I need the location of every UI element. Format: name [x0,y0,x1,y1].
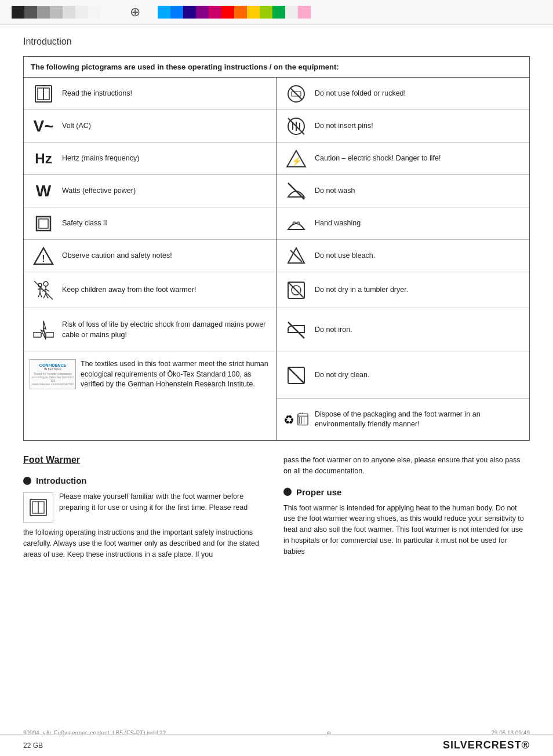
fw-left-col: Foot Warmer Introduction Please make you… [23,455,270,560]
no-dry-clean-icon [282,365,310,386]
picto-row-handwash: Hand washing [276,207,529,240]
picto-text-safety: Safety class II [62,218,107,229]
swatch-dark-blue [183,6,196,19]
picto-row-safety: Safety class II [24,207,276,240]
picto-text-nodryclean: Do not dry clean. [315,370,370,381]
proper-use-heading-text: Proper use [296,487,341,497]
picto-col-left: Read the instructions! V~ Volt (AC) Hz [24,78,276,440]
svg-rect-4 [39,219,48,228]
picto-text-volt: Volt (AC) [62,121,91,132]
electric-danger-icon: ⚡ [282,148,310,169]
dispose-icon: ♻ [282,409,310,430]
left-swatches [12,6,101,19]
svg-rect-21 [46,333,54,337]
intro-book-icon [23,492,53,523]
swatch-blue [170,6,183,19]
picto-text-read: Read the instructions! [62,89,132,99]
swatch-yellow-green [260,6,272,19]
page: ⊕ Introduction The following pictograms … [0,0,553,756]
svg-line-17 [40,293,42,297]
picto-text-hz: Hertz (mains frequency) [62,154,139,164]
picto-row-nowash: Do not wash [276,175,529,207]
page-number: 22 GB [23,742,43,750]
picto-row-caution: ! Observe caution and safety notes! [24,240,276,272]
picto-text-dispose: Dispose of the packaging and the foot wa… [315,410,523,430]
swatch-near-white [88,6,101,19]
svg-marker-19 [41,321,46,339]
intro-text-cont: the following operating instructions and… [23,527,270,560]
page-title: Introduction [23,36,530,49]
picto-row-electric: Risk of loss of life by electric shock f… [24,308,276,352]
svg-point-7 [43,282,48,286]
svg-line-11 [43,294,46,298]
picto-row-children: Keep children away from the foot warmer! [24,272,276,308]
picto-table-header: The following pictograms are used in the… [24,57,529,78]
top-color-bar: ⊕ [0,0,553,25]
fw-right-col: pass the foot warmer on to anyone else, … [283,455,530,560]
picto-col-right: Do not use folded or rucked! Do not inse… [276,78,529,440]
svg-rect-51 [38,502,44,513]
electric-shock-icon [30,320,57,341]
svg-rect-20 [33,333,41,337]
swatch-lighter-gray [63,6,75,19]
picto-row-watts: W Watts (effective power) [24,175,276,207]
volt-icon: V~ [30,117,57,136]
picto-row-dispose: ♻ Dispose of the packaging and the foot … [276,399,529,440]
hz-icon: Hz [30,151,57,167]
picto-text-noiron: Do not iron. [315,325,352,335]
children-away-icon [30,280,57,301]
proper-use-heading: Proper use [283,487,530,497]
picto-text-nobleach: Do not use bleach. [315,251,375,261]
svg-rect-2 [43,88,49,100]
no-bleach-icon [282,246,310,266]
picto-text-watts: Watts (effective power) [62,186,136,196]
hand-wash-icon [282,213,310,234]
picto-row-nofolded: Do not use folded or rucked! [276,78,529,110]
picto-row-oekotex: CONFIDENCE IN TEXTILES Tested for harmfu… [24,352,276,410]
no-tumble-icon [282,280,310,301]
svg-line-40 [288,367,304,384]
swatch-mid-gray [37,6,50,19]
pictogram-table: The following pictograms are used in the… [23,56,530,441]
main-content: Introduction The following pictograms ar… [0,25,553,578]
swatch-light-gray [50,6,63,19]
picto-row-nobleach: Do not use bleach. [276,240,529,272]
picto-row-elec-danger: ⚡ Caution – electric shock! Danger to li… [276,143,529,175]
foot-warmer-title: Foot Warmer [23,455,270,465]
picto-text-nowash: Do not wash [315,186,355,196]
picto-row-nopins: Do not insert pins! [276,110,529,143]
crosshair-icon: ⊕ [130,5,140,20]
no-pins-icon [282,116,310,137]
brand-name: SILVERCREST® [443,739,530,751]
picto-grid: Read the instructions! V~ Volt (AC) Hz [24,78,529,440]
picto-text-caution: Observe caution and safety notes! [62,251,172,261]
safety-class-icon [30,214,57,233]
picto-text-notumble: Do not dry in a tumbler dryer. [315,285,408,295]
picto-text-oekotex: The textiles used in this foot warmer me… [81,359,270,390]
no-wash-icon [282,181,310,202]
picto-row-notumble: Do not dry in a tumbler dryer. [276,272,529,308]
picto-text-children: Keep children away from the foot warmer! [62,285,196,295]
introduction-heading-text: Introduction [36,476,86,485]
no-folded-icon [282,83,310,104]
swatch-light-pink [298,6,311,19]
picto-text-nopins: Do not insert pins! [315,121,373,132]
swatch-purple [196,6,209,19]
picto-row-noiron: Do not iron. [276,308,529,352]
pass-on-text: pass the foot warmer on to anyone else, … [283,455,530,477]
swatch-green [272,6,285,19]
right-swatches [158,6,311,19]
picto-text-nofolded: Do not use folded or rucked! [315,89,406,99]
svg-line-16 [38,293,40,297]
svg-line-37 [288,282,304,298]
picto-text-electric: Risk of loss of life by electric shock f… [62,320,270,340]
proper-use-bullet [283,488,292,496]
oekotex-icon: CONFIDENCE IN TEXTILES Tested for harmfu… [30,359,76,389]
introduction-bullet [23,477,31,485]
picto-text-elec-danger: Caution – electric shock! Danger to life… [315,154,441,164]
swatch-dark-gray [24,6,37,19]
svg-rect-1 [38,88,43,100]
svg-text:!: ! [42,254,45,264]
proper-use-text: This foot warmer is intended for applyin… [283,503,530,557]
introduction-heading: Introduction [23,476,270,485]
